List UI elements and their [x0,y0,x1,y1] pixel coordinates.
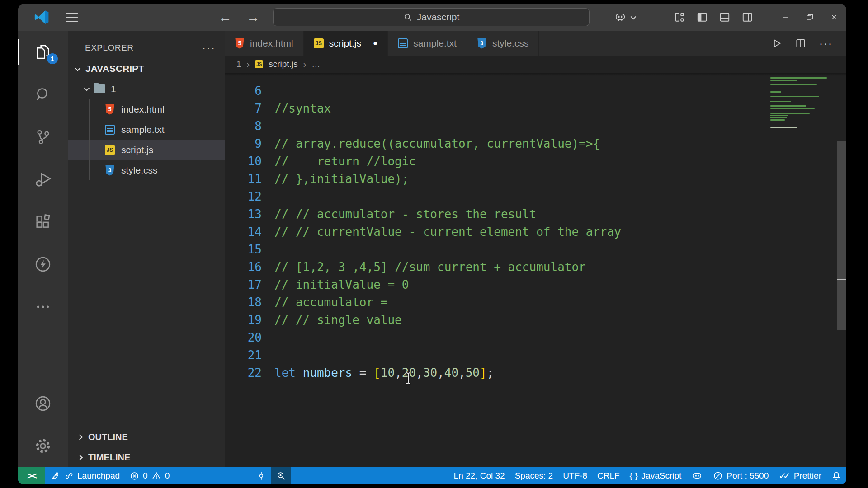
copilot-menu[interactable] [613,11,635,23]
timeline-section[interactable]: TIMELINE [68,447,225,467]
brackets-icon: { } [630,471,638,481]
folder-icon [94,84,105,93]
copilot-icon [613,11,627,23]
link-icon [64,471,74,481]
breadcrumb-folder[interactable]: 1 [236,59,241,69]
code-line[interactable]: 21 [225,346,846,364]
code-line[interactable]: 15 [225,240,846,258]
indentation-item[interactable]: Spaces: 2 [510,467,558,484]
run-debug-activity-icon[interactable] [18,158,68,201]
settings-gear-icon[interactable] [18,425,68,467]
code-line[interactable]: 9// array.reduce((accumulator, currentVa… [225,135,846,152]
breadcrumb-symbol[interactable]: … [311,59,320,69]
file-name: sample.txt [121,124,165,135]
code-line[interactable]: 6 [225,82,846,99]
eol-label: CRLF [597,471,620,481]
account-icon[interactable] [18,382,68,425]
code-editor[interactable]: 67//syntax89// array.reduce((accumulator… [225,73,846,467]
search-activity-icon[interactable] [18,73,68,116]
port-label: Port : 5500 [726,471,769,481]
commit-item[interactable] [251,467,271,484]
tab-sample-txt[interactable]: sample.txt [388,31,467,56]
launchpad-item[interactable]: Launchpad [45,467,125,484]
code-line[interactable]: 11// },initialValue); [225,170,846,188]
modified-dot[interactable]: ● [373,39,377,48]
minimap[interactable] [770,77,835,129]
breadcrumb-file[interactable]: script.js [269,59,297,69]
tab-style-css[interactable]: 3 style.css [467,31,539,56]
problems-item[interactable]: 0 0 [125,467,175,484]
code-line[interactable]: 18// accumulator = [225,293,846,311]
menu-icon[interactable] [62,9,81,26]
command-center-search[interactable]: Javascript [273,8,590,26]
code-line[interactable]: 10// return //logic [225,152,846,170]
language-mode-item[interactable]: { } JavaScript [625,467,687,484]
zoom-indicator[interactable] [271,467,291,484]
eol-item[interactable]: CRLF [592,467,625,484]
outline-section[interactable]: OUTLINE [68,427,225,447]
cursor-position[interactable]: Ln 22, Col 32 [449,467,510,484]
search-icon [403,13,412,22]
encoding-item[interactable]: UTF-8 [558,467,592,484]
code-line[interactable]: 13// // accumulator - stores the result [225,205,846,223]
minimize-button[interactable] [773,4,797,31]
extensions-activity-icon[interactable] [18,201,68,243]
bell-icon [831,471,841,481]
source-control-activity-icon[interactable] [18,116,68,158]
split-editor-icon[interactable] [795,38,807,49]
restore-button[interactable] [797,4,822,31]
file-row-index-html[interactable]: 5 index.html [68,99,225,119]
live-server-port-item[interactable]: Port : 5500 [708,467,774,484]
run-button[interactable] [771,38,782,49]
notifications-item[interactable] [826,467,846,484]
file-row-style-css[interactable]: 3 style.css [68,160,225,180]
code-line[interactable]: 7//syntax [225,99,846,117]
prettier-item[interactable]: ✓✓ Prettier [774,467,826,484]
code-text: let numbers = [10,20,30,40,50]; [274,366,494,380]
vertical-scrollbar[interactable] [837,73,846,467]
workspace-row[interactable]: JAVASCRIPT [68,59,225,79]
code-line[interactable]: 20 [225,328,846,346]
gear-icon [33,436,52,455]
code-line[interactable]: 19// // single value [225,311,846,328]
close-button[interactable] [822,4,846,31]
customize-layout-icon[interactable] [674,11,685,23]
code-line[interactable]: 8 [225,117,846,135]
code-line[interactable]: 12 [225,188,846,205]
line-number: 10 [225,155,274,168]
file-row-sample-txt[interactable]: sample.txt [68,119,225,140]
editor-group: 5 index.html JS script.js ● sample.txt 3… [225,31,846,467]
code-line[interactable]: 14// // currentValue - current element o… [225,223,846,240]
tab-label: script.js [329,38,361,49]
back-arrow-icon[interactable]: ← [217,9,233,25]
chevron-down-icon [631,14,637,19]
folder-row[interactable]: 1 [68,79,225,99]
tab-script-js[interactable]: JS script.js ● [304,31,388,56]
vscode-logo-icon [33,9,50,25]
toggle-panel-icon[interactable] [719,11,731,23]
scrollbar-thumb[interactable] [837,141,846,330]
indent-guide [89,99,90,180]
code-line[interactable]: 16// [1,2, 3 ,4,5] //sum current + accum… [225,258,846,276]
toggle-primary-sidebar-icon[interactable] [696,11,708,23]
thunder-client-activity-icon[interactable] [18,243,68,286]
toggle-secondary-sidebar-icon[interactable] [741,11,753,23]
tab-label: style.css [492,38,529,49]
editor-more-actions[interactable]: ··· [819,37,833,50]
forward-arrow-icon[interactable]: → [245,9,261,25]
explorer-more-actions[interactable]: ··· [202,42,216,54]
file-row-script-js[interactable]: JS script.js [68,140,225,160]
chevron-down-icon [84,85,90,91]
more-views-icon[interactable] [18,286,68,328]
copilot-status-item[interactable] [686,467,708,484]
explorer-activity-icon[interactable]: 1 [18,31,68,73]
code-line[interactable]: 17// initialValue = 0 [225,276,846,293]
line-number: 13 [225,207,274,221]
remote-indicator[interactable]: >< [18,467,45,484]
tab-index-html[interactable]: 5 index.html [225,31,304,56]
ellipsis-icon [35,299,51,315]
code-text: //syntax [274,102,331,115]
code-line[interactable]: 22let numbers = [10,20,30,40,50]; [225,364,846,381]
error-icon [130,471,139,481]
git-branch-icon [34,128,52,146]
